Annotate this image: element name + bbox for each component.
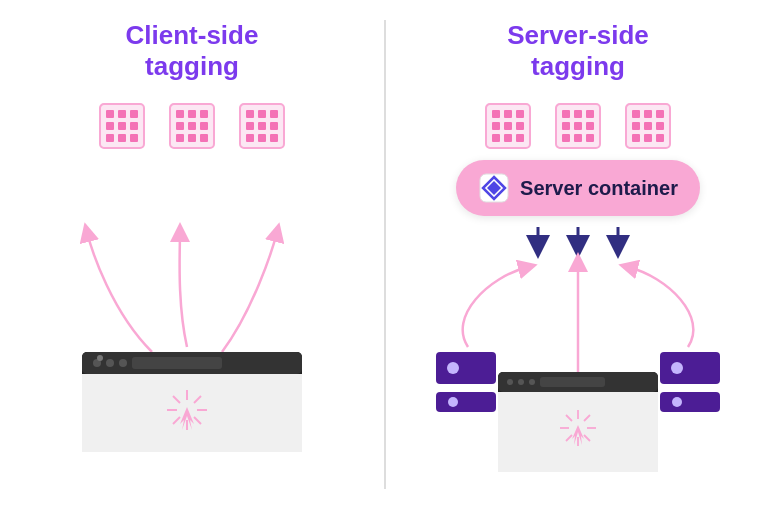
svg-rect-12 [188, 110, 196, 118]
svg-rect-66 [586, 134, 594, 142]
building-icon-1 [96, 100, 148, 152]
svg-rect-2 [118, 110, 126, 118]
svg-rect-60 [586, 110, 594, 118]
svg-rect-53 [516, 122, 524, 130]
svg-rect-74 [632, 134, 640, 142]
svg-rect-25 [258, 122, 266, 130]
right-panel: Server-sidetagging [386, 0, 770, 509]
svg-rect-49 [504, 110, 512, 118]
svg-point-36 [97, 355, 103, 361]
right-buildings-row [482, 100, 674, 152]
svg-rect-11 [176, 110, 184, 118]
svg-rect-84 [436, 352, 496, 384]
svg-rect-97 [540, 377, 605, 387]
left-title: Client-sidetagging [126, 20, 259, 82]
svg-rect-59 [574, 110, 582, 118]
svg-rect-21 [246, 110, 254, 118]
svg-rect-64 [562, 134, 570, 142]
svg-rect-15 [188, 122, 196, 130]
svg-rect-52 [504, 122, 512, 130]
left-buildings-row [96, 100, 288, 152]
svg-rect-48 [492, 110, 500, 118]
svg-rect-26 [270, 122, 278, 130]
right-building-icon-3 [622, 100, 674, 152]
svg-rect-73 [656, 122, 664, 130]
svg-rect-8 [118, 134, 126, 142]
svg-rect-69 [644, 110, 652, 118]
svg-rect-1 [106, 110, 114, 118]
right-building-icon-1 [482, 100, 534, 152]
svg-rect-27 [246, 134, 254, 142]
svg-rect-13 [200, 110, 208, 118]
svg-rect-18 [188, 134, 196, 142]
svg-rect-22 [258, 110, 266, 118]
left-panel: Client-sidetagging [0, 0, 384, 509]
svg-rect-23 [270, 110, 278, 118]
left-diagram-svg [32, 152, 352, 462]
svg-rect-63 [586, 122, 594, 130]
svg-rect-17 [176, 134, 184, 142]
svg-rect-55 [504, 134, 512, 142]
svg-rect-56 [516, 134, 524, 142]
right-diagram-svg [408, 217, 748, 487]
svg-point-91 [672, 397, 682, 407]
svg-rect-62 [574, 122, 582, 130]
svg-rect-76 [656, 134, 664, 142]
svg-point-85 [447, 362, 459, 374]
svg-rect-14 [176, 122, 184, 130]
svg-point-96 [529, 379, 535, 385]
svg-rect-54 [492, 134, 500, 142]
svg-rect-9 [130, 134, 138, 142]
svg-rect-75 [644, 134, 652, 142]
svg-point-94 [507, 379, 513, 385]
svg-point-34 [119, 359, 127, 367]
server-container-box: Server container [456, 160, 700, 216]
svg-rect-71 [632, 122, 640, 130]
svg-rect-61 [562, 122, 570, 130]
svg-point-87 [448, 397, 458, 407]
gtm-icon [478, 172, 510, 204]
svg-rect-3 [130, 110, 138, 118]
svg-rect-5 [118, 122, 126, 130]
svg-rect-70 [656, 110, 664, 118]
svg-rect-4 [106, 122, 114, 130]
svg-rect-88 [660, 352, 720, 384]
svg-rect-68 [632, 110, 640, 118]
svg-rect-72 [644, 122, 652, 130]
svg-rect-29 [270, 134, 278, 142]
right-title: Server-sidetagging [507, 20, 649, 82]
svg-rect-37 [82, 374, 302, 452]
svg-point-95 [518, 379, 524, 385]
svg-rect-7 [106, 134, 114, 142]
right-building-icon-2 [552, 100, 604, 152]
svg-rect-35 [132, 357, 222, 369]
svg-rect-65 [574, 134, 582, 142]
svg-rect-50 [516, 110, 524, 118]
building-icon-2 [166, 100, 218, 152]
svg-rect-6 [130, 122, 138, 130]
svg-point-33 [106, 359, 114, 367]
svg-rect-19 [200, 134, 208, 142]
svg-rect-24 [246, 122, 254, 130]
svg-rect-16 [200, 122, 208, 130]
svg-point-89 [671, 362, 683, 374]
svg-rect-28 [258, 134, 266, 142]
server-container-label: Server container [520, 177, 678, 200]
svg-rect-51 [492, 122, 500, 130]
svg-rect-90 [660, 392, 720, 412]
building-icon-3 [236, 100, 288, 152]
svg-rect-86 [436, 392, 496, 412]
svg-rect-58 [562, 110, 570, 118]
